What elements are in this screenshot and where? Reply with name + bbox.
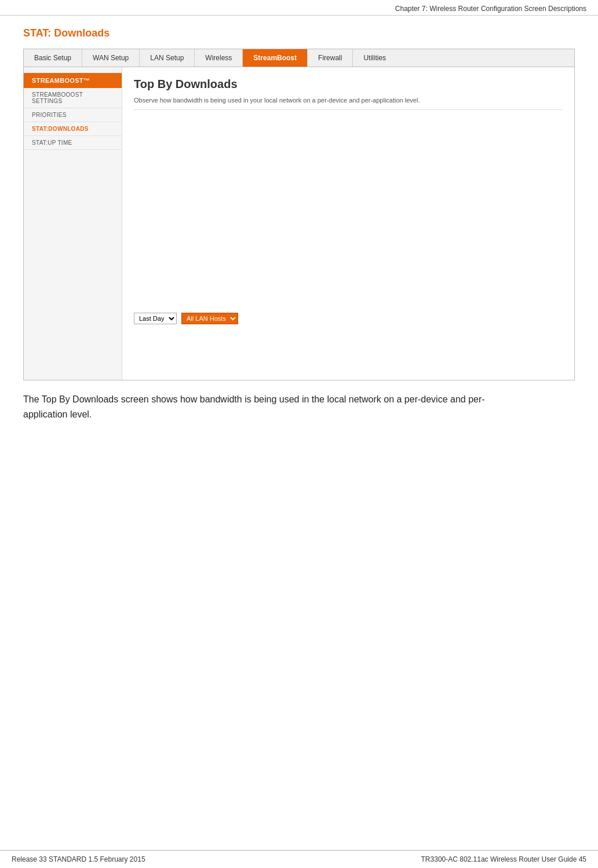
section-title: STAT: Downloads bbox=[23, 27, 575, 39]
body-description: The Top By Downloads screen shows how ba… bbox=[23, 392, 498, 422]
footer-left: Release 33 STANDARD 1.5 February 2015 bbox=[12, 855, 145, 863]
sidebar-item-streamboost-settings[interactable]: STREAMBOOOST SETTINGS bbox=[24, 88, 122, 108]
sidebar-item-stat-downloads[interactable]: STAT:DOWNLOADS bbox=[24, 122, 122, 136]
main-content: STAT: Downloads Basic Setup WAN Setup LA… bbox=[0, 16, 598, 445]
sidebar-item-stat-uptime[interactable]: STAT:UP TIME bbox=[24, 136, 122, 150]
nav-item-firewall[interactable]: Firewall bbox=[308, 49, 353, 67]
nav-bar: Basic Setup WAN Setup LAN Setup Wireless… bbox=[24, 49, 574, 67]
nav-item-streamboost[interactable]: StreamBoost bbox=[243, 49, 308, 67]
chart-area bbox=[134, 116, 563, 307]
controls-row: Last Day All LAN Hosts bbox=[134, 313, 563, 324]
chapter-title: Chapter 7: Wireless Router Configuration… bbox=[395, 5, 586, 13]
router-ui-frame: Basic Setup WAN Setup LAN Setup Wireless… bbox=[23, 49, 575, 380]
sidebar-item-priorities[interactable]: PRIORITIES bbox=[24, 108, 122, 122]
nav-item-wireless[interactable]: Wireless bbox=[195, 49, 243, 67]
page-footer: Release 33 STANDARD 1.5 February 2015 TR… bbox=[0, 850, 598, 868]
nav-item-wan-setup[interactable]: WAN Setup bbox=[82, 49, 140, 67]
sidebar-item-streamboost[interactable]: StreamBoost™ bbox=[24, 73, 122, 88]
content-panel: Top By Downloads Observe how bandwidth i… bbox=[122, 67, 574, 380]
sidebar: StreamBoost™ STREAMBOOOST SETTINGS PRIOR… bbox=[24, 67, 122, 380]
time-period-select[interactable]: Last Day bbox=[134, 313, 177, 324]
footer-right: TR3300-AC 802.11ac Wireless Router User … bbox=[421, 855, 586, 863]
nav-item-lan-setup[interactable]: LAN Setup bbox=[140, 49, 195, 67]
nav-item-basic-setup[interactable]: Basic Setup bbox=[24, 49, 82, 67]
content-title: Top By Downloads bbox=[134, 78, 563, 91]
nav-item-utilities[interactable]: Utilities bbox=[353, 49, 396, 67]
router-body: StreamBoost™ STREAMBOOOST SETTINGS PRIOR… bbox=[24, 67, 574, 380]
content-description: Observe how bandwidth is being used in y… bbox=[134, 97, 563, 110]
page-header: Chapter 7: Wireless Router Configuration… bbox=[0, 0, 598, 16]
host-select[interactable]: All LAN Hosts bbox=[181, 313, 238, 324]
